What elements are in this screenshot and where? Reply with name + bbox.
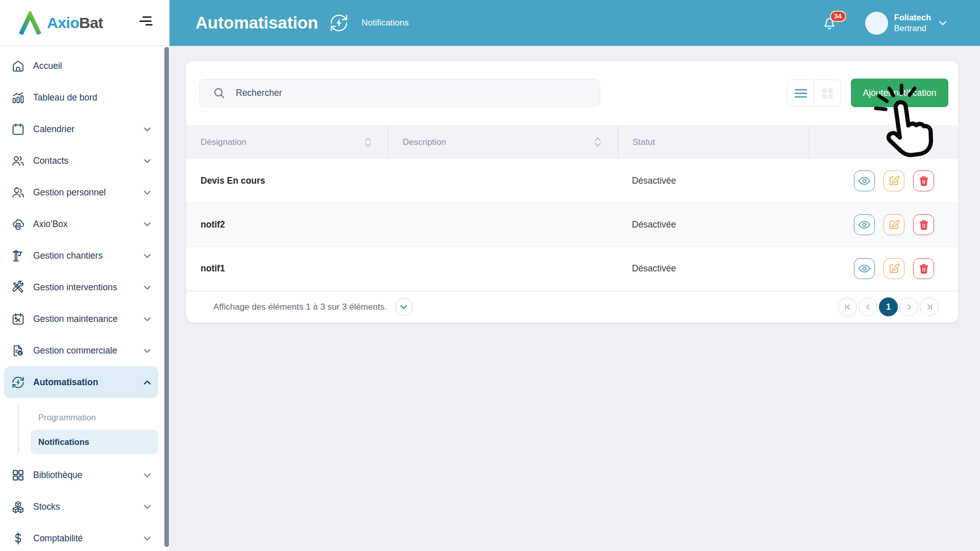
table-row[interactable]: notif2 Désactivée — [186, 203, 958, 247]
view-button[interactable] — [854, 214, 875, 235]
sidebar-item-label: Gestion maintenance — [33, 314, 117, 324]
grid-view-button[interactable] — [814, 80, 841, 107]
sidebar-item-label: Stocks — [33, 502, 60, 512]
list-view-icon — [794, 88, 807, 98]
sort-icons[interactable] — [594, 137, 601, 147]
next-page-icon — [904, 302, 914, 312]
sidebar-item-label: Gestion interventions — [33, 282, 117, 293]
edit-icon — [888, 174, 900, 187]
table-row[interactable]: notif1 Désactivée — [186, 247, 958, 291]
calendar-icon — [11, 122, 25, 136]
sidebar-item-stocks[interactable]: Stocks — [4, 491, 158, 522]
cell-designation: notif2 — [186, 219, 388, 230]
sidebar-item-gestion-commerciale[interactable]: € Gestion commerciale — [4, 335, 158, 366]
column-header-actions — [809, 125, 958, 159]
sidebar-item-label: Bibliothèque — [33, 470, 82, 481]
dollar-icon — [11, 532, 25, 545]
logo-mark-icon — [18, 11, 42, 35]
edit-button[interactable] — [884, 258, 904, 279]
topbar: Automatisation Notifications 34 Foliatec… — [169, 0, 980, 46]
cell-actions — [809, 214, 958, 235]
grid-view-icon — [821, 87, 834, 100]
prev-page-button[interactable] — [859, 297, 877, 316]
crane-icon — [11, 249, 25, 263]
avatar[interactable] — [865, 12, 888, 35]
sidebar-item-gestion-maintenance[interactable]: Gestion maintenance — [4, 303, 158, 335]
items-summary: Affichage des éléments 1 à 3 sur 3 éléme… — [213, 302, 387, 312]
list-view-button[interactable] — [787, 80, 814, 107]
sidebar-item-comptabilite[interactable]: Comptabilité — [4, 522, 158, 551]
edit-icon — [888, 218, 900, 231]
page-1-button[interactable]: 1 — [879, 297, 898, 316]
sidebar-item-calendrier[interactable]: Calendrier — [4, 113, 158, 145]
sidebar-item-accueil[interactable]: Accueil — [4, 50, 158, 82]
search-box[interactable] — [199, 79, 600, 107]
page-size-dropdown-button[interactable] — [395, 298, 413, 316]
user-menu-chevron-icon[interactable] — [938, 20, 947, 26]
sidebar-item-label: Tableau de bord — [33, 92, 97, 103]
search-input[interactable] — [236, 88, 591, 98]
chevron-down-icon — [143, 127, 151, 132]
chevron-up-icon — [143, 380, 151, 385]
sidebar-item-gestion-chantiers[interactable]: Gestion chantiers — [4, 240, 158, 271]
contacts-icon — [11, 154, 25, 168]
sidebar-item-label: Comptabilité — [33, 533, 83, 544]
last-page-button[interactable] — [920, 297, 939, 316]
app-logo[interactable]: AxioBat — [18, 11, 103, 35]
sidebar-item-label: Axio'Box — [33, 219, 68, 230]
chevron-down-icon — [143, 221, 151, 227]
sidebar-collapse-icon[interactable] — [139, 16, 153, 26]
sort-down-icon — [364, 143, 372, 147]
column-header-designation[interactable]: Désignation — [186, 125, 388, 159]
delete-button[interactable] — [913, 214, 934, 235]
notification-count-badge: 34 — [830, 11, 846, 22]
search-icon — [213, 87, 226, 99]
trash-icon — [918, 175, 930, 187]
sidebar-item-bibliotheque[interactable]: Bibliothèque — [4, 459, 158, 491]
cell-actions — [809, 258, 958, 279]
sidebar-item-contacts[interactable]: Contacts — [4, 145, 158, 177]
first-page-button[interactable] — [838, 297, 857, 316]
user-surname: Bertrand — [894, 23, 931, 34]
edit-button[interactable] — [884, 214, 904, 235]
table-row[interactable]: Devis En cours Désactivée — [186, 159, 958, 203]
pagination: 1 — [838, 297, 939, 316]
delete-button[interactable] — [913, 258, 934, 279]
logo-text: AxioBat — [47, 14, 103, 32]
notifications-card: Ajouter notification Désignation Descrip… — [186, 61, 958, 322]
user-block[interactable]: Foliatech Bertrand — [894, 12, 931, 33]
submenu-item-label: Programmation — [38, 413, 96, 422]
next-page-button[interactable] — [899, 297, 918, 316]
add-notification-button[interactable]: Ajouter notification — [851, 79, 948, 107]
submenu-item-programmation[interactable]: Programmation — [31, 405, 158, 430]
cell-statut: Désactivée — [618, 176, 809, 186]
logo-axio: Axio — [47, 14, 79, 31]
sidebar-item-tableau-de-bord[interactable]: Tableau de bord — [4, 82, 158, 113]
sidebar-item-label: Gestion chantiers — [33, 251, 103, 261]
view-button[interactable] — [854, 170, 875, 191]
cell-designation: Devis En cours — [186, 176, 388, 186]
sort-icons[interactable] — [364, 137, 372, 147]
prev-page-icon — [863, 302, 873, 312]
calendar-tools-icon — [11, 312, 25, 326]
eye-icon — [858, 262, 871, 275]
edit-icon — [888, 262, 900, 275]
notifications-bell-button[interactable]: 34 — [821, 14, 838, 32]
trash-icon — [918, 263, 930, 275]
sidebar-item-gestion-interventions[interactable]: Gestion interventions — [4, 271, 158, 303]
automation-icon — [11, 375, 25, 389]
column-header-statut[interactable]: Statut — [618, 125, 809, 159]
last-page-icon — [924, 302, 935, 312]
sidebar-item-automatisation[interactable]: Automatisation — [4, 366, 158, 398]
delete-button[interactable] — [913, 170, 934, 191]
view-button[interactable] — [854, 258, 875, 279]
edit-button[interactable] — [884, 170, 904, 191]
sidebar-item-axiobox[interactable]: Axio'Box — [4, 208, 158, 240]
sidebar-item-gestion-personnel[interactable]: Gestion personnel — [4, 177, 158, 208]
eye-icon — [858, 174, 871, 187]
dashboard-icon — [11, 91, 25, 105]
grid-icon — [11, 468, 25, 482]
sidebar-scrollbar[interactable] — [164, 47, 169, 547]
column-header-description[interactable]: Description — [388, 125, 618, 159]
submenu-item-notifications[interactable]: Notifications — [31, 430, 158, 454]
